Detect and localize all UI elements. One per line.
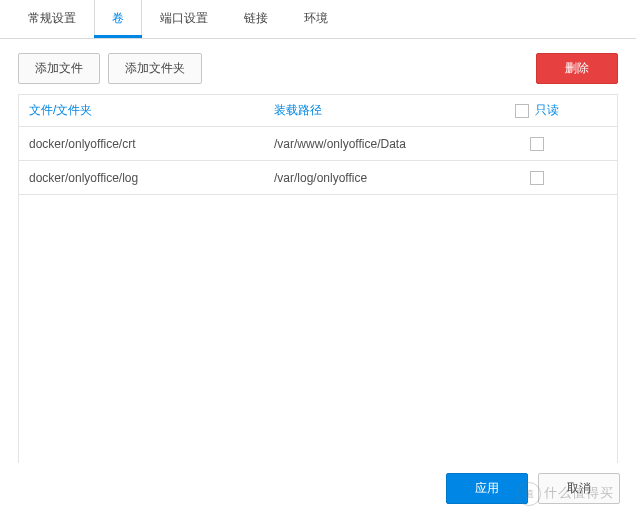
column-header-readonly[interactable]: 只读 xyxy=(487,94,587,127)
delete-button[interactable]: 删除 xyxy=(536,53,618,84)
cancel-button[interactable]: 取消 xyxy=(538,473,620,504)
cell-actions xyxy=(587,170,617,186)
column-header-mount[interactable]: 装载路径 xyxy=(264,94,487,127)
toolbar: 添加文件 添加文件夹 删除 xyxy=(18,53,618,84)
tab-general[interactable]: 常规设置 xyxy=(10,0,94,38)
content-panel: 添加文件 添加文件夹 删除 文件/文件夹 装载路径 只读 docker/only… xyxy=(0,39,636,497)
apply-button[interactable]: 应用 xyxy=(446,473,528,504)
cell-file: docker/onlyoffice/crt xyxy=(19,129,264,159)
tab-port[interactable]: 端口设置 xyxy=(142,0,226,38)
table-body: docker/onlyoffice/crt /var/www/onlyoffic… xyxy=(18,127,618,497)
cell-mount: /var/www/onlyoffice/Data xyxy=(264,129,487,159)
add-file-button[interactable]: 添加文件 xyxy=(18,53,100,84)
table-header: 文件/文件夹 装载路径 只读 xyxy=(19,95,617,127)
column-header-file[interactable]: 文件/文件夹 xyxy=(19,94,264,127)
tab-links[interactable]: 链接 xyxy=(226,0,286,38)
readonly-header-checkbox[interactable] xyxy=(515,104,529,118)
add-folder-button[interactable]: 添加文件夹 xyxy=(108,53,202,84)
table-row[interactable]: docker/onlyoffice/log /var/log/onlyoffic… xyxy=(19,161,617,195)
column-header-actions xyxy=(587,103,617,119)
cell-file: docker/onlyoffice/log xyxy=(19,163,264,193)
tab-volume[interactable]: 卷 xyxy=(94,0,142,38)
table-row[interactable]: docker/onlyoffice/crt /var/www/onlyoffic… xyxy=(19,127,617,161)
readonly-checkbox[interactable] xyxy=(530,171,544,185)
volume-table: 文件/文件夹 装载路径 只读 xyxy=(18,94,618,127)
cell-actions xyxy=(587,136,617,152)
cell-readonly xyxy=(487,163,587,193)
readonly-header-label: 只读 xyxy=(535,102,559,119)
tabs-bar: 常规设置 卷 端口设置 链接 环境 xyxy=(0,0,636,39)
footer-bar: 应用 取消 xyxy=(0,463,636,514)
tab-env[interactable]: 环境 xyxy=(286,0,346,38)
readonly-checkbox[interactable] xyxy=(530,137,544,151)
cell-mount: /var/log/onlyoffice xyxy=(264,163,487,193)
cell-readonly xyxy=(487,129,587,159)
